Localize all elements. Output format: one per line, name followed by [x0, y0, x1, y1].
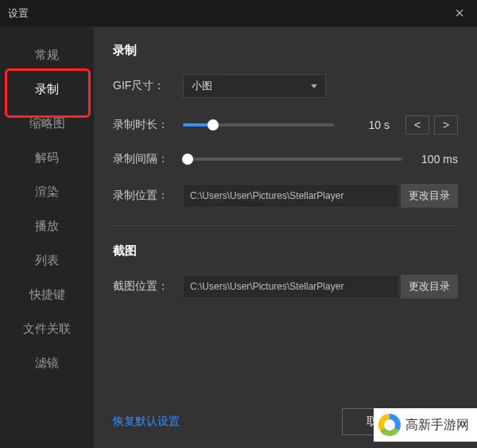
titlebar: 设置 ×: [0, 0, 477, 27]
watermark: 高新手游网: [374, 408, 477, 442]
duration-slider[interactable]: [183, 123, 334, 127]
sidebar: 常规 录制 缩略图 解码 渲染 播放 列表 快捷键 文件关联 滤镜: [0, 27, 94, 448]
sidebar-item-general[interactable]: 常规: [0, 38, 94, 72]
sidebar-item-filter[interactable]: 滤镜: [0, 346, 94, 380]
gif-size-select[interactable]: 小图: [183, 74, 326, 98]
section-title-screenshot: 截图: [113, 243, 458, 259]
reset-defaults-link[interactable]: 恢复默认设置: [113, 415, 180, 429]
screenshot-change-dir-button[interactable]: 更改目录: [401, 275, 458, 298]
sidebar-item-list[interactable]: 列表: [0, 243, 94, 278]
duration-unit: s: [384, 119, 390, 131]
close-icon[interactable]: ×: [450, 4, 469, 23]
sidebar-item-thumbnail[interactable]: 缩略图: [0, 107, 94, 141]
main-panel: 录制 GIF尺寸： 小图 录制时长： 10 s < >: [94, 27, 477, 448]
duration-value: 10: [369, 119, 382, 131]
screenshot-location-input[interactable]: C:\Users\User\Pictures\StellarPlayer: [183, 275, 399, 298]
interval-label: 录制间隔：: [113, 152, 183, 166]
gif-size-value: 小图: [192, 79, 212, 93]
duration-decrease-button[interactable]: <: [405, 115, 429, 134]
sidebar-item-hotkeys[interactable]: 快捷键: [0, 278, 94, 312]
sidebar-item-record[interactable]: 录制: [0, 72, 94, 107]
gif-size-label: GIF尺寸：: [113, 79, 183, 93]
sidebar-item-file-assoc[interactable]: 文件关联: [0, 312, 94, 346]
sidebar-item-playback[interactable]: 播放: [0, 209, 94, 243]
window-title: 设置: [8, 6, 29, 21]
watermark-logo-icon: [378, 414, 401, 436]
interval-slider[interactable]: [183, 158, 402, 161]
duration-slider-thumb[interactable]: [207, 119, 219, 131]
screenshot-location-label: 截图位置：: [113, 279, 183, 294]
record-location-label: 录制位置：: [113, 189, 183, 203]
chevron-down-icon: [311, 84, 317, 88]
interval-unit: ms: [443, 153, 458, 166]
duration-increase-button[interactable]: >: [434, 115, 458, 134]
interval-value: 100: [421, 153, 440, 166]
section-title-record: 录制: [113, 43, 458, 58]
record-change-dir-button[interactable]: 更改目录: [401, 184, 458, 208]
interval-slider-thumb[interactable]: [182, 154, 193, 165]
sidebar-item-render[interactable]: 渲染: [0, 175, 94, 209]
watermark-text: 高新手游网: [405, 417, 469, 434]
record-location-input[interactable]: C:\Users\User\Pictures\StellarPlayer: [183, 184, 399, 208]
divider: [113, 225, 458, 226]
sidebar-item-decode[interactable]: 解码: [0, 141, 94, 175]
duration-label: 录制时长：: [113, 118, 183, 132]
